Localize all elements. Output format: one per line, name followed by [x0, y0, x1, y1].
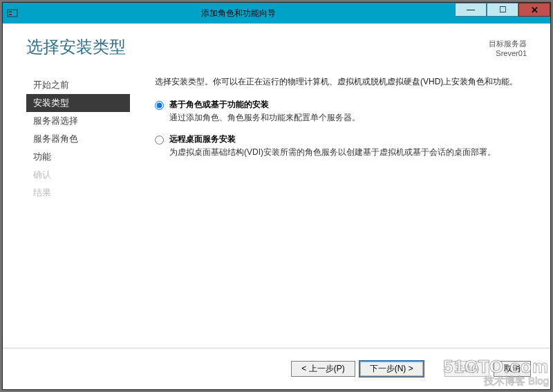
target-server-value: Srever01 — [489, 48, 527, 58]
app-icon — [3, 8, 22, 19]
wizard-content: 选择安装类型。你可以在正在运行的物理计算机、虚拟机或脱机虚拟硬盘(VHD)上安装… — [130, 69, 527, 202]
option-rds-desc: 为虚拟桌面基础结构(VDI)安装所需的角色服务以创建基于虚拟机或基于会话的桌面部… — [169, 147, 496, 158]
minimize-button[interactable]: — — [455, 3, 487, 17]
nav-results: 结果 — [26, 184, 130, 202]
close-button[interactable]: ✕ — [518, 3, 550, 17]
option-role-based-title: 基于角色或基于功能的安装 — [169, 99, 360, 111]
wizard-window: 添加角色和功能向导 — ☐ ✕ 选择安装类型 目标服务器 Srever01 开始… — [2, 2, 551, 390]
nav-features[interactable]: 功能 — [26, 148, 130, 166]
option-rds-title: 远程桌面服务安装 — [169, 133, 496, 145]
option-role-based-desc: 通过添加角色、角色服务和功能来配置单个服务器。 — [169, 112, 360, 124]
nav-server-selection[interactable]: 服务器选择 — [26, 112, 130, 130]
install-button: 安装(I) — [444, 361, 489, 377]
option-rds[interactable]: 远程桌面服务安装 为虚拟桌面基础结构(VDI)安装所需的角色服务以创建基于虚拟机… — [155, 133, 527, 158]
radio-rds[interactable] — [155, 136, 164, 144]
wizard-body: 开始之前 安装类型 服务器选择 服务器角色 功能 确认 结果 选择安装类型。你可… — [3, 64, 550, 202]
wizard-footer: < 上一步(P) 下一步(N) > 安装(I) 取消 — [3, 348, 550, 389]
svg-rect-2 — [9, 14, 12, 15]
intro-text: 选择安装类型。你可以在正在运行的物理计算机、虚拟机或脱机虚拟硬盘(VHD)上安装… — [155, 76, 527, 88]
maximize-icon: ☐ — [499, 5, 507, 15]
page-title: 选择安装类型 — [26, 36, 489, 58]
prev-button[interactable]: < 上一步(P) — [291, 361, 355, 377]
next-button[interactable]: 下一步(N) > — [359, 361, 424, 377]
minimize-icon: — — [467, 5, 475, 15]
window-title: 添加角色和功能向导 — [22, 8, 455, 19]
svg-rect-1 — [9, 11, 12, 12]
nav-install-type[interactable]: 安装类型 — [26, 94, 130, 112]
radio-role-based[interactable] — [155, 101, 164, 110]
cancel-button[interactable]: 取消 — [494, 361, 531, 377]
server-manager-icon — [7, 8, 18, 19]
titlebar: 添加角色和功能向导 — ☐ ✕ — [3, 3, 550, 24]
nav-before-you-begin[interactable]: 开始之前 — [26, 76, 130, 94]
svg-rect-0 — [8, 10, 17, 17]
window-buttons: — ☐ ✕ — [455, 3, 550, 24]
nav-server-roles[interactable]: 服务器角色 — [26, 130, 130, 148]
target-server-box: 目标服务器 Srever01 — [489, 36, 527, 58]
option-role-based[interactable]: 基于角色或基于功能的安装 通过添加角色、角色服务和功能来配置单个服务器。 — [155, 99, 527, 124]
close-icon: ✕ — [531, 5, 538, 15]
nav-confirmation: 确认 — [26, 166, 130, 184]
header: 选择安装类型 目标服务器 Srever01 — [3, 24, 550, 64]
wizard-nav: 开始之前 安装类型 服务器选择 服务器角色 功能 确认 结果 — [26, 69, 130, 202]
maximize-button[interactable]: ☐ — [487, 3, 518, 17]
target-server-label: 目标服务器 — [489, 39, 527, 48]
